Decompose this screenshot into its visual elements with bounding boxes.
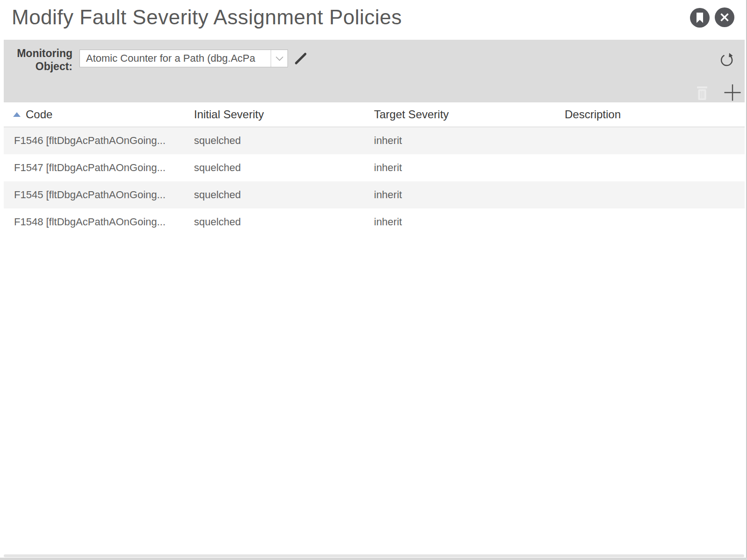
- table-header-row: Code Initial Severity Target Severity De…: [4, 102, 745, 127]
- table-row[interactable]: F1546 [fltDbgAcPathAOnGoing... squelched…: [4, 127, 745, 154]
- cell-initial-severity: squelched: [194, 216, 374, 228]
- horizontal-scrollbar[interactable]: [4, 554, 744, 557]
- chevron-down-icon[interactable]: [271, 50, 287, 67]
- table-row[interactable]: F1548 [fltDbgAcPathAOnGoing... squelched…: [4, 208, 745, 236]
- dialog-titlebar: Modify Fault Severity Assignment Policie…: [0, 0, 747, 40]
- column-header-label: Code: [26, 108, 52, 121]
- add-button[interactable]: [723, 83, 742, 102]
- refresh-button[interactable]: [718, 51, 734, 68]
- trash-icon: [695, 95, 709, 102]
- column-header-target-severity[interactable]: Target Severity: [374, 108, 561, 121]
- refresh-icon: [718, 63, 734, 70]
- cell-target-severity: inherit: [374, 216, 561, 228]
- bookmark-button[interactable]: [690, 7, 710, 28]
- table-row[interactable]: F1545 [fltDbgAcPathAOnGoing... squelched…: [4, 181, 745, 208]
- close-icon: [714, 22, 735, 29]
- column-header-initial-severity[interactable]: Initial Severity: [194, 108, 374, 121]
- cell-code: F1545 [fltDbgAcPathAOnGoing...: [4, 189, 194, 201]
- bookmark-icon: [690, 22, 710, 29]
- edit-button[interactable]: [294, 51, 308, 65]
- table-row[interactable]: F1547 [fltDbgAcPathAOnGoing... squelched…: [4, 154, 745, 181]
- dialog-bottom-border: [0, 558, 747, 560]
- sort-ascending-icon: [13, 112, 21, 117]
- cell-initial-severity: squelched: [194, 135, 374, 147]
- trash-button: [695, 85, 709, 101]
- close-button[interactable]: [714, 7, 735, 28]
- cell-initial-severity: squelched: [194, 162, 374, 174]
- page-title: Modify Fault Severity Assignment Policie…: [12, 6, 402, 29]
- fault-severity-table: Code Initial Severity Target Severity De…: [4, 102, 745, 236]
- cell-initial-severity: squelched: [194, 189, 374, 201]
- pencil-icon: [294, 60, 308, 67]
- cell-code: F1546 [fltDbgAcPathAOnGoing...: [4, 135, 194, 147]
- cell-code: F1547 [fltDbgAcPathAOnGoing...: [4, 162, 194, 174]
- column-header-description[interactable]: Description: [561, 108, 745, 121]
- monitoring-object-select[interactable]: Atomic Counter for a Path (dbg.AcPa: [79, 50, 288, 67]
- cell-target-severity: inherit: [374, 135, 561, 147]
- monitoring-object-value: Atomic Counter for a Path (dbg.AcPa: [80, 50, 271, 67]
- column-header-code[interactable]: Code: [4, 108, 194, 121]
- table-body: F1546 [fltDbgAcPathAOnGoing... squelched…: [4, 127, 745, 236]
- cell-target-severity: inherit: [374, 189, 561, 201]
- monitoring-object-toolbar: Monitoring Object: Atomic Counter for a …: [4, 40, 745, 102]
- monitoring-object-label: Monitoring Object:: [12, 47, 72, 73]
- cell-target-severity: inherit: [374, 162, 561, 174]
- cell-code: F1548 [fltDbgAcPathAOnGoing...: [4, 216, 194, 228]
